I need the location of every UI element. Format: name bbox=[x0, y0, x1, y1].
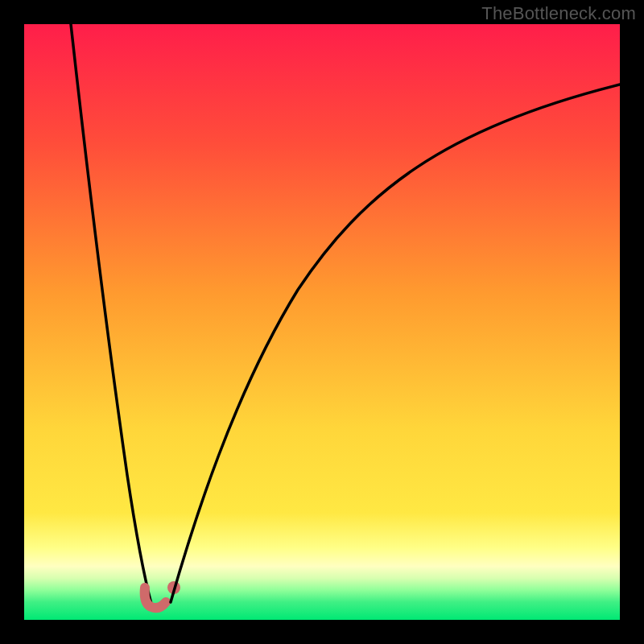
curve-left-branch bbox=[71, 24, 151, 604]
bottleneck-curve bbox=[24, 24, 620, 620]
chart-frame: TheBottleneck.com bbox=[0, 0, 644, 644]
plot-area bbox=[24, 24, 620, 620]
curve-right-branch bbox=[171, 85, 620, 602]
watermark-text: TheBottleneck.com bbox=[481, 3, 636, 24]
